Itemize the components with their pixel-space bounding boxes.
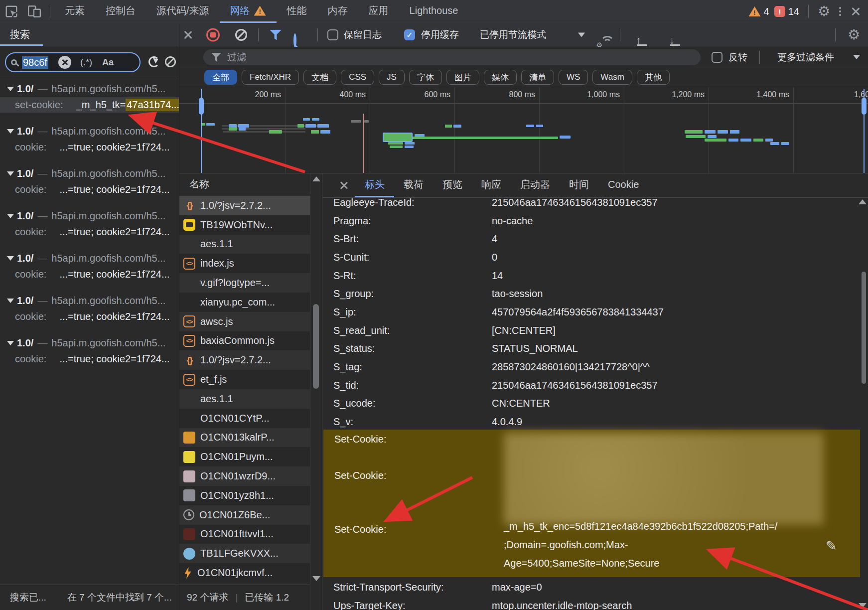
tab-源代码/来源[interactable]: 源代码/来源 xyxy=(146,0,220,23)
export-har-icon[interactable]: ↓ xyxy=(669,34,675,46)
search-result-match[interactable]: cookie:...=true; cookie2=1f724... xyxy=(0,267,179,282)
request-row[interactable]: O1CN013kalrP... xyxy=(179,428,310,448)
search-result-match[interactable]: cookie:...=true; cookie2=1f724... xyxy=(0,224,179,240)
invert-filter-checkbox[interactable] xyxy=(712,52,723,63)
request-row[interactable]: O1CN01wzrD9... xyxy=(179,466,310,486)
header-row[interactable]: S_read_unit:[CN:CENTER] xyxy=(322,321,868,340)
filter-chip-Fetch/XHR[interactable]: Fetch/XHR xyxy=(242,70,299,85)
details-tab-启动器[interactable]: 启动器 xyxy=(511,173,560,197)
search-result-file[interactable]: 1.0/—h5api.m.goofish.com/h5... xyxy=(0,124,179,139)
match-case-toggle[interactable]: Aa xyxy=(102,57,114,68)
search-network-icon[interactable] xyxy=(293,33,296,47)
tab-Lighthouse[interactable]: Lighthouse xyxy=(399,0,469,23)
close-details-icon[interactable] xyxy=(332,173,355,197)
header-row[interactable]: Ups-Target-Key: mtop.uncenter.idle-mtop-… xyxy=(322,597,868,610)
throttling-select[interactable]: 已停用节流模式 xyxy=(480,28,546,41)
filter-chip-图片[interactable]: 图片 xyxy=(446,70,479,85)
search-result-file[interactable]: 1.0/—h5api.m.goofish.com/h5... xyxy=(0,293,179,308)
request-row[interactable]: {}1.0/?jsv=2.7.2... xyxy=(179,196,310,215)
header-row[interactable]: S_tag:285873024860160|134217728^0|^^ xyxy=(322,358,868,376)
request-row[interactable]: {}1.0/?jsv=2.7.2... xyxy=(179,350,310,370)
settings-gear-icon[interactable]: ⚙ xyxy=(818,4,830,18)
details-tab-载荷[interactable]: 载荷 xyxy=(394,173,433,197)
header-row[interactable]: S-Brt:4 xyxy=(322,230,868,248)
header-row[interactable]: S_group:tao-session xyxy=(322,285,868,303)
search-result-file[interactable]: 1.0/—h5api.m.goofish.com/h5... xyxy=(0,208,179,223)
details-tab-Cookie[interactable]: Cookie xyxy=(598,173,648,197)
scroll-down-icon[interactable] xyxy=(859,603,867,608)
scroll-up-icon[interactable] xyxy=(312,176,320,181)
request-row[interactable]: <>index.js xyxy=(179,254,310,273)
header-row[interactable]: S_ucode:CN:CENTER xyxy=(322,395,868,413)
filter-chip-JS[interactable]: JS xyxy=(379,70,405,85)
filter-chip-其他[interactable]: 其他 xyxy=(637,70,670,85)
filter-chip-清单[interactable]: 清单 xyxy=(521,70,554,85)
search-result-match[interactable]: set-cookie:_m_h5_tk=47a31b74... xyxy=(0,97,179,113)
expand-caret-icon[interactable] xyxy=(7,299,14,303)
more-filters-button[interactable]: 更多过滤条件 xyxy=(777,51,834,64)
search-result-file[interactable]: 1.0/—h5api.m.goofish.com/h5... xyxy=(0,81,179,96)
clear-network-log-icon[interactable] xyxy=(235,29,247,41)
scroll-up-icon[interactable] xyxy=(859,199,867,204)
network-overview-timeline[interactable]: 200 ms400 ms600 ms800 ms1,000 ms1,200 ms… xyxy=(179,87,868,173)
expand-caret-icon[interactable] xyxy=(7,87,14,91)
search-result-file[interactable]: 1.0/—h5api.m.goofish.com/h5... xyxy=(0,335,179,350)
request-row[interactable]: <>awsc.js xyxy=(179,312,310,331)
header-row[interactable]: Pragma:no-cache xyxy=(322,212,868,230)
filter-chip-文档[interactable]: 文档 xyxy=(303,70,336,85)
header-row[interactable]: S_v:4.0.4.9 xyxy=(322,413,868,431)
header-row[interactable]: S-Rt:14 xyxy=(322,267,868,285)
throttling-caret-icon[interactable] xyxy=(578,33,585,37)
filter-icon[interactable] xyxy=(270,30,282,40)
filter-chip-字体[interactable]: 字体 xyxy=(409,70,442,85)
header-row[interactable]: S_tid:215046aa17463461564381091ec357 xyxy=(322,376,868,395)
expand-caret-icon[interactable] xyxy=(7,341,14,345)
clear-search-icon[interactable] xyxy=(165,56,176,67)
refresh-search-icon[interactable] xyxy=(148,56,159,67)
close-devtools-icon[interactable] xyxy=(850,6,861,17)
tab-网络[interactable]: 网络! xyxy=(220,0,277,23)
header-row[interactable]: Eagleeye-TraceId:215046aa174634615643810… xyxy=(322,198,868,212)
expand-caret-icon[interactable] xyxy=(7,171,14,176)
clear-query-icon[interactable] xyxy=(58,56,71,69)
tab-控制台[interactable]: 控制台 xyxy=(95,0,146,23)
warnings-badge[interactable]: ! 4 xyxy=(749,6,769,17)
device-toolbar-icon[interactable] xyxy=(23,0,46,23)
errors-badge[interactable]: ! 14 xyxy=(774,6,799,17)
import-har-icon[interactable]: ↑ xyxy=(636,34,641,46)
search-result-match[interactable]: cookie:...=true; cookie2=1f724... xyxy=(0,351,179,367)
close-search-icon[interactable] xyxy=(182,29,193,40)
details-tab-响应[interactable]: 响应 xyxy=(472,173,511,197)
more-menu-icon[interactable] xyxy=(835,7,845,16)
search-result-match[interactable]: cookie:...=true; cookie2=1f724... xyxy=(0,309,179,324)
filter-chip-全部[interactable]: 全部 xyxy=(204,70,237,85)
network-settings-gear-icon[interactable]: ⚙ xyxy=(848,28,860,42)
request-row[interactable]: O1CN01fttvvl1... xyxy=(179,525,310,544)
set-cookie-value[interactable]: _m_h5_tk_enc=5d8f121ec4a84e392b6cb1f522d… xyxy=(504,517,783,573)
filter-chip-媒体[interactable]: 媒体 xyxy=(484,70,517,85)
filter-chip-Wasm[interactable]: Wasm xyxy=(592,70,632,85)
tab-应用[interactable]: 应用 xyxy=(358,0,399,23)
request-row[interactable]: xianyu.pc_com... xyxy=(179,293,310,312)
search-input[interactable]: 98c6f (.*) Aa xyxy=(5,52,141,72)
details-tab-预览[interactable]: 预览 xyxy=(433,173,472,197)
request-row[interactable]: O1CN01CYtP... xyxy=(179,409,310,428)
filter-chip-WS[interactable]: WS xyxy=(559,70,588,85)
scrollbar-thumb[interactable] xyxy=(313,304,319,389)
search-result-file[interactable]: 1.0/—h5api.m.goofish.com/h5... xyxy=(0,251,179,266)
request-list-scrollbar[interactable] xyxy=(310,173,322,610)
record-network-log-button[interactable] xyxy=(206,28,220,42)
request-row[interactable]: TB19WObTNv... xyxy=(179,215,310,235)
search-result-file[interactable]: 1.0/—h5api.m.goofish.com/h5... xyxy=(0,166,179,181)
inspect-element-icon[interactable] xyxy=(0,0,23,23)
expand-caret-icon[interactable] xyxy=(7,129,14,134)
disable-cache-checkbox[interactable]: ✓ xyxy=(404,29,415,40)
tab-内存[interactable]: 内存 xyxy=(317,0,358,23)
timeline-brush-knob-left[interactable] xyxy=(199,98,204,115)
header-row[interactable]: S-Cunit:0 xyxy=(322,248,868,267)
details-tab-时间[interactable]: 时间 xyxy=(560,173,598,197)
request-row[interactable]: O1CN01Z6Be... xyxy=(179,505,310,525)
request-row[interactable]: <>et_f.js xyxy=(179,370,310,389)
timeline-brush-knob-right[interactable] xyxy=(862,98,867,115)
tab-性能[interactable]: 性能 xyxy=(277,0,317,23)
